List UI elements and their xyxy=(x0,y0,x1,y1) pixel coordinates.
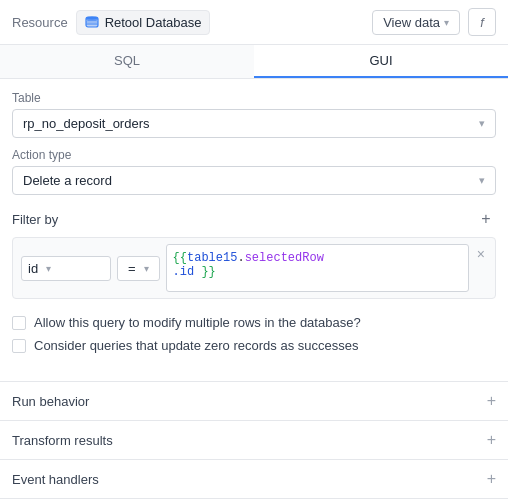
table-select[interactable]: rp_no_deposit_orders ▾ xyxy=(12,109,496,138)
header-bar: Resource Retool Database View data ▾ f xyxy=(0,0,508,45)
checkbox-zero-records-label: Consider queries that update zero record… xyxy=(34,338,358,353)
filter-field-value: id xyxy=(28,261,38,276)
run-behavior-expand-icon: + xyxy=(487,392,496,410)
checkbox-modify-multiple[interactable] xyxy=(12,316,26,330)
function-button[interactable]: f xyxy=(468,8,496,36)
resource-name-text: Retool Database xyxy=(105,15,202,30)
event-handlers-expand-icon: + xyxy=(487,470,496,488)
table-chevron-icon: ▾ xyxy=(479,117,485,130)
filter-value-code: {{table15.selectedRow.id }} xyxy=(173,251,324,279)
event-handlers-label: Event handlers xyxy=(12,472,99,487)
resource-selector[interactable]: Retool Database xyxy=(76,10,211,35)
collapsible-sections: Run behavior + Transform results + Event… xyxy=(0,381,508,499)
transform-results-expand-icon: + xyxy=(487,431,496,449)
svg-point-4 xyxy=(86,17,98,20)
filter-section: Filter by + id ▾ = ▾ {{table15.selectedR… xyxy=(12,209,496,299)
chevron-down-icon: ▾ xyxy=(444,17,449,28)
filter-field-select[interactable]: id ▾ xyxy=(21,256,111,281)
add-filter-button[interactable]: + xyxy=(476,209,496,229)
open-bracket: {{ xyxy=(173,251,187,265)
table-value: rp_no_deposit_orders xyxy=(23,116,149,131)
transform-results-label: Transform results xyxy=(12,433,113,448)
table-label: Table xyxy=(12,91,496,105)
close-bracket: }} xyxy=(201,265,215,279)
filter-row: id ▾ = ▾ {{table15.selectedRow.id }} × xyxy=(12,237,496,299)
action-chevron-icon: ▾ xyxy=(479,174,485,187)
collapsible-transform-results[interactable]: Transform results + xyxy=(0,421,508,460)
filter-operator-select[interactable]: = ▾ xyxy=(117,256,160,281)
action-type-select[interactable]: Delete a record ▾ xyxy=(12,166,496,195)
filter-op-chevron-icon: ▾ xyxy=(144,263,149,274)
code-object: table15 xyxy=(187,251,237,265)
resource-label: Resource xyxy=(12,15,68,30)
checkbox-zero-records-row: Consider queries that update zero record… xyxy=(12,338,496,353)
database-icon xyxy=(85,15,99,29)
view-data-button[interactable]: View data ▾ xyxy=(372,10,460,35)
action-type-label: Action type xyxy=(12,148,496,162)
filter-operator-value: = xyxy=(128,261,136,276)
collapsible-event-handlers[interactable]: Event handlers + xyxy=(0,460,508,499)
code-id-prop: .id xyxy=(173,265,202,279)
collapsible-run-behavior[interactable]: Run behavior + xyxy=(0,382,508,421)
checkbox-modify-multiple-label: Allow this query to modify multiple rows… xyxy=(34,315,361,330)
checkbox-zero-records[interactable] xyxy=(12,339,26,353)
tab-sql[interactable]: SQL xyxy=(0,45,254,78)
filter-value-input[interactable]: {{table15.selectedRow.id }} xyxy=(166,244,469,292)
main-content: Table rp_no_deposit_orders ▾ Action type… xyxy=(0,79,508,365)
action-type-value: Delete a record xyxy=(23,173,112,188)
remove-filter-button[interactable]: × xyxy=(475,244,487,264)
filter-title: Filter by xyxy=(12,212,58,227)
tab-gui[interactable]: GUI xyxy=(254,45,508,78)
filter-header: Filter by + xyxy=(12,209,496,229)
code-property: selectedRow xyxy=(245,251,324,265)
run-behavior-label: Run behavior xyxy=(12,394,89,409)
view-data-label: View data xyxy=(383,15,440,30)
checkboxes-section: Allow this query to modify multiple rows… xyxy=(12,315,496,353)
tab-bar: SQL GUI xyxy=(0,45,508,79)
checkbox-modify-multiple-row: Allow this query to modify multiple rows… xyxy=(12,315,496,330)
filter-field-chevron-icon: ▾ xyxy=(46,263,51,274)
